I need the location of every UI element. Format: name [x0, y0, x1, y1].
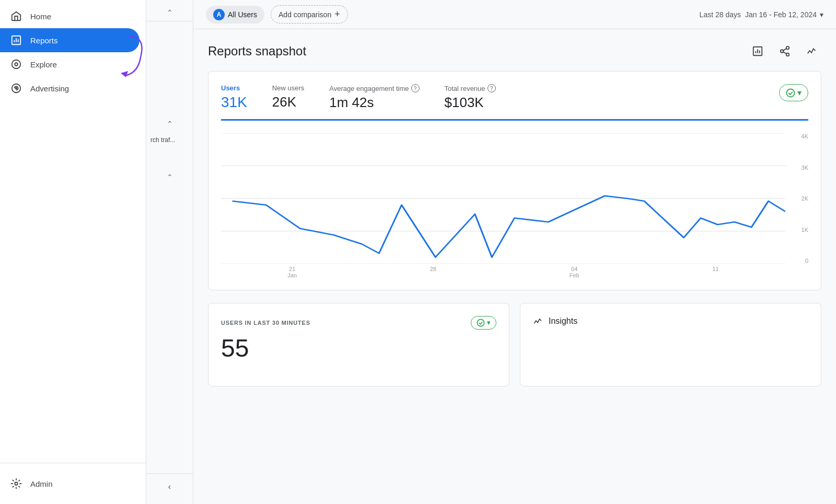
- x-label-04-feb: 04 Feb: [570, 266, 579, 278]
- add-comparison-label: Add comparison: [278, 10, 331, 19]
- sidebar: Home Reports Explore: [0, 0, 146, 504]
- y-label-3k: 3K: [789, 165, 808, 171]
- realtime-card: USERS IN LAST 30 MINUTES ▾ 55: [208, 303, 509, 386]
- metric-new-users: New users 26K: [272, 84, 304, 110]
- sidebar-item-advertising-label: Advertising: [30, 84, 69, 93]
- middle-panel: ⌃ ⌃ rch traf... ⌃ ‹: [146, 0, 193, 504]
- sidebar-item-advertising[interactable]: Advertising: [0, 76, 140, 100]
- advertising-icon: [10, 83, 22, 94]
- sidebar-item-home[interactable]: Home: [0, 4, 140, 28]
- plus-icon: +: [334, 9, 340, 20]
- sidebar-bottom: Admin: [0, 463, 146, 504]
- x-label-28: 28: [430, 266, 436, 272]
- sparkline-icon-btn[interactable]: [803, 42, 821, 61]
- date-range-picker[interactable]: Jan 16 - Feb 12, 2024 ▾: [745, 10, 823, 19]
- y-label-2k: 2K: [789, 195, 808, 202]
- svg-point-2: [15, 63, 18, 66]
- all-users-chip[interactable]: A All Users: [206, 6, 264, 24]
- line-chart: [221, 133, 785, 264]
- svg-point-10: [786, 53, 789, 56]
- chart-container: 4K 3K 2K 1K 0: [221, 133, 808, 279]
- topbar: A All Users Add comparison + Last 28 day…: [193, 0, 836, 29]
- chevron-up-icon-2: ⌃: [167, 120, 173, 128]
- page-title: Reports snapshot: [208, 44, 306, 58]
- panel-section-1-collapse[interactable]: ⌃: [146, 4, 193, 21]
- svg-point-4: [16, 88, 17, 89]
- add-comparison-button[interactable]: Add comparison +: [271, 5, 348, 24]
- share-icon-btn[interactable]: [775, 42, 794, 61]
- sidebar-item-reports-label: Reports: [30, 36, 58, 45]
- date-label: Last 28 days: [700, 10, 741, 19]
- sidebar-nav: Home Reports Explore: [0, 0, 146, 463]
- panel-empty-section-1: [146, 21, 193, 115]
- chevron-down-icon: ▾: [820, 10, 823, 19]
- metric-users-label: Users: [221, 84, 247, 92]
- y-label-4k: 4K: [789, 133, 808, 139]
- metric-users-value: 31K: [221, 94, 247, 111]
- metric-engagement-label: Average engagement time ?: [329, 84, 419, 92]
- metric-new-users-value: 26K: [272, 94, 304, 110]
- bar-chart-icon-btn[interactable]: [748, 42, 767, 61]
- page-header: Reports snapshot: [208, 42, 821, 61]
- insights-sparkline-icon: [533, 316, 543, 326]
- panel-item-search-traffic[interactable]: rch traf...: [146, 132, 193, 148]
- date-range-value: Jan 16 - Feb 12, 2024: [745, 10, 817, 19]
- sidebar-item-explore[interactable]: Explore: [0, 52, 140, 76]
- collapse-sidebar-btn[interactable]: ‹: [146, 473, 193, 500]
- sidebar-item-explore-label: Explore: [30, 60, 57, 69]
- bottom-cards: USERS IN LAST 30 MINUTES ▾ 55: [208, 303, 821, 386]
- chevron-up-icon-1: ⌃: [167, 8, 173, 17]
- user-avatar: A: [213, 9, 225, 20]
- realtime-check-button[interactable]: ▾: [471, 316, 496, 330]
- insights-card-header: Insights: [533, 316, 808, 326]
- y-label-0: 0: [789, 257, 808, 264]
- sidebar-item-admin-label: Admin: [30, 479, 53, 488]
- panel-section-3-collapse[interactable]: ⌃: [146, 169, 193, 185]
- topbar-right: Last 28 days Jan 16 - Feb 12, 2024 ▾: [700, 10, 823, 19]
- reports-icon: [10, 34, 22, 46]
- panel-section-2-collapse[interactable]: ⌃: [146, 115, 193, 132]
- chevron-up-icon-3: ⌃: [167, 173, 173, 181]
- chevron-down-icon-realtime: ▾: [487, 319, 491, 326]
- svg-point-9: [781, 50, 784, 53]
- svg-point-11: [787, 89, 795, 97]
- metric-revenue-value: $103K: [445, 95, 496, 111]
- sidebar-item-admin[interactable]: Admin: [0, 472, 140, 496]
- metrics-row: Users 31K New users 26K Average engageme…: [221, 82, 808, 121]
- metric-engagement-value: 1m 42s: [329, 95, 419, 111]
- header-icons: [748, 42, 821, 61]
- realtime-card-label: USERS IN LAST 30 MINUTES ▾: [221, 316, 496, 330]
- gear-icon: [10, 478, 22, 489]
- svg-point-5: [15, 482, 18, 485]
- metric-users: Users 31K: [221, 84, 247, 111]
- chart-y-labels: 4K 3K 2K 1K 0: [789, 133, 808, 264]
- x-label-11: 11: [712, 266, 718, 272]
- engagement-info-icon[interactable]: ?: [411, 84, 420, 92]
- metric-engagement: Average engagement time ? 1m 42s: [329, 84, 419, 111]
- sidebar-item-reports[interactable]: Reports: [0, 28, 140, 52]
- realtime-card-value: 55: [221, 334, 496, 362]
- panel-empty-section-2: [146, 148, 193, 169]
- panel-spacer: [146, 185, 193, 473]
- metric-new-users-label: New users: [272, 84, 304, 92]
- metric-revenue-label: Total revenue ?: [445, 84, 496, 92]
- x-label-21-jan: 21 Jan: [287, 266, 297, 278]
- metric-check-button[interactable]: ▾: [779, 84, 808, 101]
- main-content: A All Users Add comparison + Last 28 day…: [193, 0, 836, 504]
- y-label-1k: 1K: [789, 227, 808, 233]
- home-icon: [10, 10, 22, 22]
- snapshot-card: Users 31K New users 26K Average engageme…: [208, 71, 821, 290]
- sidebar-item-home-label: Home: [30, 12, 51, 21]
- all-users-label: All Users: [228, 10, 257, 19]
- insights-label: Insights: [549, 317, 577, 326]
- insights-card: Insights: [520, 303, 821, 386]
- svg-point-1: [12, 60, 21, 69]
- explore-icon: [10, 58, 22, 70]
- metric-revenue: Total revenue ? $103K: [445, 84, 496, 111]
- chart-x-labels: 21 Jan 28 04 Feb 11: [221, 264, 785, 279]
- content-area: Reports snapshot: [193, 29, 836, 504]
- revenue-info-icon[interactable]: ?: [487, 84, 496, 92]
- svg-point-8: [786, 46, 789, 50]
- chart-area: [221, 133, 785, 264]
- svg-point-17: [478, 319, 484, 326]
